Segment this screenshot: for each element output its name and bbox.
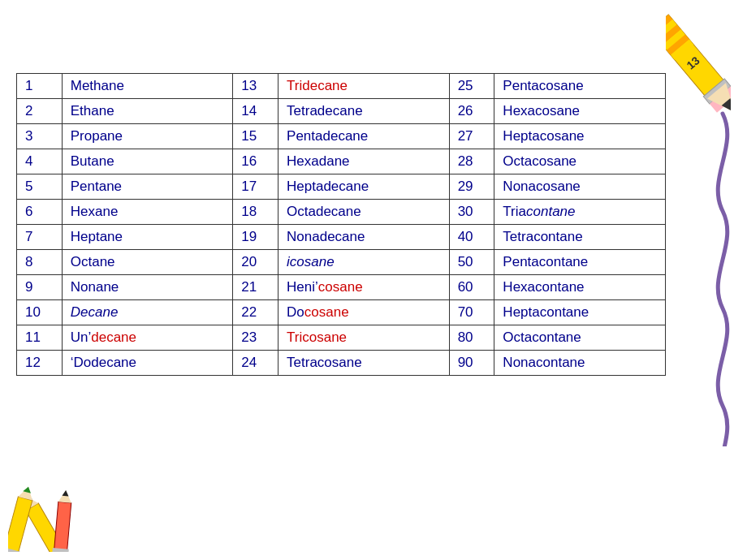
table-row: 4Butane16Hexadane28Octacosane — [17, 149, 666, 174]
table-row: 11Un’decane23Tricosane80Octacontane — [17, 325, 666, 351]
cell-name: Nonacosane — [494, 174, 666, 200]
cell-name: Hexacosane — [494, 99, 666, 124]
cell-name: Nonane — [62, 275, 233, 300]
cell-num: 24 — [233, 351, 279, 376]
cell-name: Heptacosane — [494, 124, 666, 149]
cell-num: 10 — [17, 300, 63, 325]
cell-num: 15 — [233, 124, 279, 149]
svg-rect-22 — [54, 502, 71, 551]
cell-name: ‘Dodecane — [62, 351, 233, 376]
cell-name: icosane — [279, 250, 450, 275]
cell-num: 23 — [233, 325, 279, 351]
cell-num: 70 — [449, 300, 494, 325]
cell-num: 27 — [449, 124, 494, 149]
cell-num: 2 — [17, 99, 63, 124]
table-row: 7Heptane19Nonadecane40Tetracontane — [17, 225, 666, 250]
cell-num: 60 — [449, 275, 494, 300]
cell-num: 8 — [17, 250, 63, 275]
cell-name: Butane — [62, 149, 233, 174]
cell-num: 22 — [233, 300, 279, 325]
cell-name: Ethane — [62, 99, 233, 124]
cell-name: Docosane — [279, 300, 450, 325]
cell-name: Octadecane — [279, 200, 450, 225]
cell-num: 1 — [17, 74, 63, 99]
cell-name: Triacontane — [494, 200, 666, 225]
cell-name: Heptadecane — [279, 174, 450, 200]
cell-name: Nonacontane — [494, 351, 666, 376]
svg-marker-25 — [63, 490, 70, 497]
table-row: 9Nonane21Heni’cosane60Hexacontane — [17, 275, 666, 300]
cell-num: 3 — [17, 124, 63, 149]
cell-num: 11 — [17, 325, 63, 351]
cell-num: 40 — [449, 225, 494, 250]
table-row: 10Decane22Docosane70Heptacontane — [17, 300, 666, 325]
cell-num: 28 — [449, 149, 494, 174]
cell-name: Un’decane — [62, 325, 233, 351]
alkane-table-container: 1Methane13Tridecane25Pentacosane2Ethane1… — [16, 73, 666, 376]
cell-num: 5 — [17, 174, 63, 200]
cell-num: 21 — [233, 275, 279, 300]
svg-rect-17 — [8, 497, 32, 552]
cell-name: Pentane — [62, 174, 233, 200]
cell-num: 19 — [233, 225, 279, 250]
cell-name: Octacontane — [494, 325, 666, 351]
cell-name: Pentacontane — [494, 250, 666, 275]
cell-num: 30 — [449, 200, 494, 225]
cell-name: Tetracontane — [494, 225, 666, 250]
table-row: 2Ethane14Tetradecane26Hexacosane — [17, 99, 666, 124]
cell-name: Hexadane — [279, 149, 450, 174]
cell-num: 18 — [233, 200, 279, 225]
cell-num: 26 — [449, 99, 494, 124]
cell-name: Methane — [62, 74, 233, 99]
table-row: 3Propane15Pentadecane27Heptacosane — [17, 124, 666, 149]
table-row: 12‘Dodecane24Tetracosane90Nonacontane — [17, 351, 666, 376]
cell-name: Nonadecane — [279, 225, 450, 250]
cell-name: Pentacosane — [494, 74, 666, 99]
cell-name: Hexane — [62, 200, 233, 225]
cell-num: 7 — [17, 225, 63, 250]
cell-num: 14 — [233, 99, 279, 124]
table-row: 6Hexane18Octadecane30Triacontane — [17, 200, 666, 225]
cell-name: Octane — [62, 250, 233, 275]
cell-name: Tridecane — [279, 74, 450, 99]
cell-num: 17 — [233, 174, 279, 200]
cell-name: Hexacontane — [494, 275, 666, 300]
table-row: 1Methane13Tridecane25Pentacosane — [17, 74, 666, 99]
alkane-table: 1Methane13Tridecane25Pentacosane2Ethane1… — [16, 73, 666, 376]
cell-name: Tetracosane — [279, 351, 450, 376]
cell-name: Pentadecane — [279, 124, 450, 149]
cell-num: 50 — [449, 250, 494, 275]
cell-num: 13 — [233, 74, 279, 99]
cell-num: 80 — [449, 325, 494, 351]
table-row: 8Octane20icosane50Pentacontane — [17, 250, 666, 275]
pencils-bottom-left-decoration — [8, 471, 138, 552]
cell-name: Propane — [62, 124, 233, 149]
cell-name: Heptacontane — [494, 300, 666, 325]
cell-name: Decane — [62, 300, 233, 325]
squiggle-right-decoration — [698, 106, 739, 446]
cell-num: 6 — [17, 200, 63, 225]
cell-num: 16 — [233, 149, 279, 174]
cell-num: 4 — [17, 149, 63, 174]
cell-num: 90 — [449, 351, 494, 376]
cell-name: Tricosane — [279, 325, 450, 351]
cell-name: Octacosane — [494, 149, 666, 174]
cell-num: 9 — [17, 275, 63, 300]
cell-num: 25 — [449, 74, 494, 99]
cell-name: Tetradecane — [279, 99, 450, 124]
cell-num: 29 — [449, 174, 494, 200]
table-row: 5Pentane17Heptadecane29Nonacosane — [17, 174, 666, 200]
cell-name: Heni’cosane — [279, 275, 450, 300]
cell-num: 20 — [233, 250, 279, 275]
cell-name: Heptane — [62, 225, 233, 250]
cell-num: 12 — [17, 351, 63, 376]
